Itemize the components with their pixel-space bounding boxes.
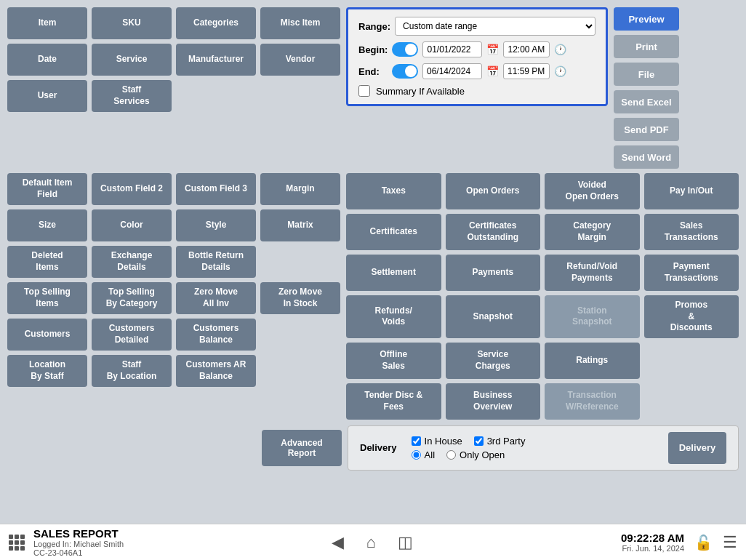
btn-customers-detailed[interactable]: CustomersDetailed (92, 319, 172, 351)
btn-open-orders[interactable]: Open Orders (446, 173, 541, 209)
3rd-party-checkbox[interactable] (474, 436, 484, 446)
action-buttons: Preview Print File Send Excel Send PDF S… (614, 7, 679, 169)
btn-item[interactable]: Item (7, 7, 87, 39)
btn-vendor[interactable]: Vendor (260, 44, 340, 76)
home-icon[interactable]: ⌂ (366, 533, 375, 552)
btn-certificates-outstanding[interactable]: CertificatesOutstanding (446, 214, 541, 250)
end-date[interactable] (422, 63, 482, 79)
btn-custom-field-3[interactable]: Custom Field 3 (176, 173, 256, 205)
clock-date: Fri. Jun. 14, 2024 (621, 544, 684, 553)
back-icon[interactable]: ◀ (332, 533, 344, 552)
btn-manufacturer[interactable]: Manufacturer (176, 44, 256, 76)
summary-checkbox[interactable] (358, 85, 370, 97)
end-toggle[interactable] (392, 64, 418, 79)
register-icon[interactable]: ◫ (398, 533, 413, 552)
btn-user[interactable]: User (7, 80, 87, 112)
send-pdf-button[interactable]: Send PDF (614, 118, 679, 141)
btn-top-selling-by-category[interactable]: Top SellingBy Category (92, 282, 172, 314)
btn-bottle-return-details[interactable]: Bottle ReturnDetails (176, 246, 256, 278)
send-excel-button[interactable]: Send Excel (614, 90, 679, 113)
only-open-radio-label: Only Open (446, 449, 505, 460)
btn-staff-services[interactable]: StaffServices (92, 80, 172, 112)
in-house-checkbox[interactable] (412, 436, 421, 446)
logged-in-label: Logged In: Michael Smith (33, 540, 124, 548)
date-range-panel: Range: Custom date range Begin: 📅 🕐 End:… (346, 7, 608, 106)
btn-style[interactable]: Style (176, 209, 256, 241)
only-open-radio[interactable] (446, 450, 456, 460)
btn-margin[interactable]: Margin (260, 173, 340, 205)
begin-time[interactable] (503, 41, 550, 57)
btn-service-charges[interactable]: ServiceCharges (446, 343, 541, 379)
btn-tender-disc-fees[interactable]: Tender Disc &Fees (346, 383, 441, 420)
btn-categories[interactable]: Categories (176, 7, 256, 39)
begin-date[interactable] (422, 41, 482, 57)
btn-promos-discounts[interactable]: Promos&Discounts (644, 295, 739, 338)
begin-toggle[interactable] (392, 42, 418, 57)
clock-time: 09:22:28 AM (621, 532, 684, 544)
btn-station-snapshot[interactable]: StationSnapshot (545, 295, 640, 338)
btn-customers-ar-balance[interactable]: Customers ARBalance (176, 355, 256, 387)
btn-customers[interactable]: Customers (7, 319, 87, 351)
btn-customers-balance[interactable]: CustomersBalance (176, 319, 256, 351)
btn-top-selling-items[interactable]: Top SellingItems (7, 282, 87, 314)
btn-location-by-staff[interactable]: LocationBy Staff (7, 355, 87, 387)
summary-label: Summary If Available (376, 86, 465, 97)
all-radio[interactable] (412, 450, 421, 460)
delivery-title: Delivery (360, 442, 397, 453)
btn-zero-move-in-stock[interactable]: Zero MoveIn Stock (260, 282, 340, 314)
btn-sales-transactions[interactable]: SalesTransactions (644, 214, 739, 250)
preview-button[interactable]: Preview (614, 7, 679, 31)
btn-settlement[interactable]: Settlement (346, 255, 441, 291)
btn-service[interactable]: Service (92, 44, 172, 76)
btn-payment-transactions[interactable]: PaymentTransactions (644, 255, 739, 291)
btn-matrix[interactable]: Matrix (260, 209, 340, 241)
range-label: Range: (358, 21, 390, 32)
print-button[interactable]: Print (614, 35, 679, 58)
all-radio-label: All (412, 449, 435, 460)
btn-sku[interactable]: SKU (92, 7, 172, 39)
btn-refund-void-payments[interactable]: Refund/VoidPayments (545, 255, 640, 291)
btn-transaction-wreference[interactable]: TransactionW/Reference (545, 383, 640, 420)
advanced-report-button[interactable]: AdvancedReport (262, 430, 342, 466)
btn-voided-open-orders[interactable]: VoidedOpen Orders (545, 173, 640, 209)
grid-menu-icon[interactable] (9, 535, 25, 551)
btn-zero-move-all-inv[interactable]: Zero MoveAll Inv (176, 282, 256, 314)
end-calendar-icon[interactable]: 📅 (486, 65, 499, 77)
app-code: CC-23-046A1 (33, 548, 124, 557)
end-clock-icon[interactable]: 🕐 (554, 65, 566, 77)
btn-misc-item[interactable]: Misc Item (260, 7, 340, 39)
end-label: End: (358, 66, 388, 77)
btn-exchange-details[interactable]: ExchangeDetails (92, 246, 172, 278)
3rd-party-label: 3rd Party (474, 436, 526, 447)
begin-calendar-icon[interactable]: 📅 (486, 44, 499, 55)
btn-offline-sales[interactable]: OfflineSales (346, 343, 441, 379)
end-time[interactable] (503, 63, 550, 79)
begin-clock-icon[interactable]: 🕐 (554, 44, 566, 55)
btn-taxes[interactable]: Taxes (346, 173, 441, 209)
btn-ratings[interactable]: Ratings (545, 343, 640, 379)
btn-business-overview[interactable]: BusinessOverview (446, 383, 541, 420)
btn-size[interactable]: Size (7, 209, 87, 241)
btn-pay-in-out[interactable]: Pay In/Out (644, 173, 739, 209)
file-button[interactable]: File (614, 63, 679, 86)
btn-category-margin[interactable]: CategoryMargin (545, 214, 640, 250)
btn-custom-field-2[interactable]: Custom Field 2 (92, 173, 172, 205)
in-house-label: In House (412, 436, 462, 447)
hamburger-menu-icon[interactable]: ☰ (723, 533, 737, 552)
btn-snapshot[interactable]: Snapshot (446, 295, 541, 338)
btn-date[interactable]: Date (7, 44, 87, 76)
btn-certificates[interactable]: Certificates (346, 214, 441, 250)
begin-label: Begin: (358, 44, 388, 55)
lock-icon[interactable]: 🔓 (694, 534, 713, 551)
btn-refunds-voids[interactable]: Refunds/Voids (346, 295, 441, 338)
bottom-bar: SALES REPORT Logged In: Michael Smith CC… (0, 524, 746, 560)
btn-deleted-items[interactable]: DeletedItems (7, 246, 87, 278)
delivery-button[interactable]: Delivery (668, 432, 726, 464)
btn-staff-by-location[interactable]: StaffBy Location (92, 355, 172, 387)
send-word-button[interactable]: Send Word (614, 145, 679, 169)
btn-default-item-field[interactable]: Default ItemField (7, 173, 87, 205)
range-select[interactable]: Custom date range (395, 17, 595, 36)
app-title: SALES REPORT (33, 527, 124, 540)
btn-payments[interactable]: Payments (446, 255, 541, 291)
btn-color[interactable]: Color (92, 209, 172, 241)
